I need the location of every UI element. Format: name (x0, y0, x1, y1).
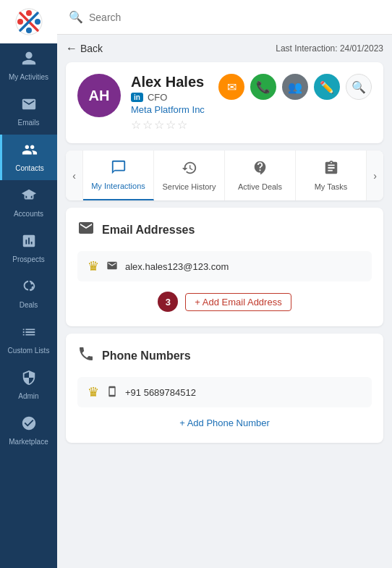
contact-company[interactable]: Meta Platform Inc (131, 104, 208, 115)
marketplace-icon (21, 415, 37, 435)
email-row-icon (106, 260, 118, 274)
tab-scroll-right[interactable]: › (366, 151, 383, 200)
phone-value: +91 5689784512 (125, 387, 196, 398)
tab-label: My Interactions (91, 182, 145, 190)
tab-label: Service History (163, 182, 216, 191)
email-section: Email Addresses ♛ alex.hales123@123.com … (66, 208, 383, 326)
topbar: 🔍 (57, 0, 392, 35)
linkedin-badge[interactable]: in (131, 93, 143, 102)
contact-info: Alex Hales in CFO Meta Platform Inc ☆ ☆ … (131, 74, 208, 132)
deals-icon (21, 279, 37, 298)
sidebar-item-label: Custom Lists (8, 347, 50, 355)
custom-lists-icon (21, 324, 37, 344)
tab-service-history[interactable]: Service History (154, 151, 225, 200)
sidebar-item-contacts[interactable]: Contacts (0, 135, 57, 180)
email-section-header: Email Addresses (77, 219, 372, 241)
email-row: ♛ alex.hales123@123.com (77, 251, 372, 281)
content-area: ← Back Last Interaction: 24/01/2023 AH A… (57, 35, 392, 568)
star-1[interactable]: ☆ (131, 118, 141, 132)
sidebar-item-deals[interactable]: Deals (0, 271, 57, 317)
tab-active-deals[interactable]: Active Deals (225, 151, 296, 200)
email-section-icon (77, 219, 95, 241)
sidebar-item-label: Emails (17, 119, 39, 127)
accounts-icon (21, 187, 37, 207)
sidebar-item-emails[interactable]: Emails (0, 89, 57, 135)
back-button[interactable]: ← Back (66, 42, 103, 55)
search-icon: 🔍 (69, 10, 83, 24)
sidebar-item-accounts[interactable]: Accounts (0, 180, 57, 226)
activities-icon (21, 51, 37, 70)
tab-my-interactions[interactable]: My Interactions (83, 151, 154, 200)
crown-icon-phone: ♛ (88, 384, 99, 400)
sidebar-item-admin[interactable]: Admin (0, 363, 57, 408)
search-action-button[interactable]: 🔍 (346, 74, 372, 100)
phone-action-button[interactable]: 📞 (250, 74, 276, 100)
svg-point-4 (35, 19, 41, 25)
add-email-row: 3 + Add Email Address (77, 289, 372, 315)
svg-point-3 (26, 10, 32, 16)
contact-name: Alex Hales (131, 74, 208, 90)
email-action-button[interactable]: ✉ (218, 74, 244, 100)
svg-point-5 (26, 27, 32, 33)
sidebar-item-label: Deals (20, 301, 38, 310)
logo[interactable] (0, 0, 57, 43)
phone-row-icon (106, 386, 118, 399)
service-history-tab-icon (182, 160, 197, 179)
phone-row: ♛ +91 5689784512 (77, 377, 372, 407)
edit-action-button[interactable]: ✏️ (314, 74, 340, 100)
search-input[interactable] (89, 12, 380, 23)
my-tasks-tab-icon (323, 160, 339, 179)
sidebar-item-my-activities[interactable]: My Activities (0, 43, 57, 89)
main-content: 🔍 ← Back Last Interaction: 24/01/2023 AH… (57, 0, 392, 568)
contact-role: CFO (148, 92, 167, 103)
add-phone-row: + Add Phone Number (77, 415, 372, 431)
email-badge: 3 (158, 292, 178, 312)
sidebar-item-marketplace[interactable]: Marketplace (0, 408, 57, 454)
sidebar-item-label: Marketplace (9, 438, 48, 446)
back-row: ← Back Last Interaction: 24/01/2023 (66, 42, 383, 55)
back-label: Back (80, 43, 103, 54)
star-5[interactable]: ☆ (177, 118, 187, 132)
phone-section-title: Phone Numbers (102, 349, 191, 363)
sidebar-item-label: Admin (18, 392, 38, 401)
last-interaction: Last Interaction: 24/01/2023 (276, 43, 383, 54)
avatar: AH (77, 74, 121, 117)
tabs-list: My Interactions Service History Active D… (83, 151, 366, 200)
star-3[interactable]: ☆ (154, 118, 164, 132)
svg-point-6 (17, 19, 23, 25)
email-value: alex.hales123@123.com (125, 261, 229, 272)
sidebar: My Activities Emails Contacts Accounts P… (0, 0, 57, 568)
back-arrow-icon: ← (66, 42, 77, 55)
sidebar-item-custom-lists[interactable]: Custom Lists (0, 317, 57, 363)
star-2[interactable]: ☆ (142, 118, 153, 132)
admin-icon (21, 370, 37, 389)
action-icons: ✉ 📞 👥 ✏️ 🔍 (218, 74, 372, 100)
email-section-title: Email Addresses (102, 224, 195, 237)
tab-scroll-left[interactable]: ‹ (66, 151, 83, 200)
tab-my-tasks[interactable]: My Tasks (296, 151, 366, 200)
contact-card: AH Alex Hales in CFO Meta Platform Inc ☆… (66, 62, 383, 143)
phone-section-icon (77, 345, 95, 367)
tabs-container: ‹ My Interactions Service History (66, 151, 383, 200)
tab-label: My Tasks (315, 182, 348, 191)
prospects-icon (21, 233, 37, 253)
sidebar-item-label: My Activities (9, 73, 48, 82)
star-rating: ☆ ☆ ☆ ☆ ☆ (131, 118, 208, 132)
tab-label: Active Deals (238, 182, 282, 191)
phone-section: Phone Numbers ♛ +91 5689784512 + Add Pho… (66, 334, 383, 443)
emails-icon (21, 96, 37, 116)
add-email-button[interactable]: + Add Email Address (185, 293, 291, 311)
star-4[interactable]: ☆ (166, 118, 176, 132)
contact-meta: in CFO (131, 92, 208, 103)
users-action-button[interactable]: 👥 (282, 74, 308, 100)
contacts-icon (22, 142, 38, 161)
active-deals-tab-icon (252, 160, 268, 179)
phone-section-header: Phone Numbers (77, 345, 372, 367)
sidebar-item-label: Contacts (15, 164, 43, 173)
sidebar-item-label: Prospects (12, 255, 44, 264)
add-phone-button[interactable]: + Add Phone Number (179, 417, 270, 428)
crown-icon: ♛ (88, 258, 99, 274)
sidebar-item-prospects[interactable]: Prospects (0, 226, 57, 271)
sidebar-item-label: Accounts (14, 210, 43, 219)
interactions-tab-icon (111, 159, 127, 179)
